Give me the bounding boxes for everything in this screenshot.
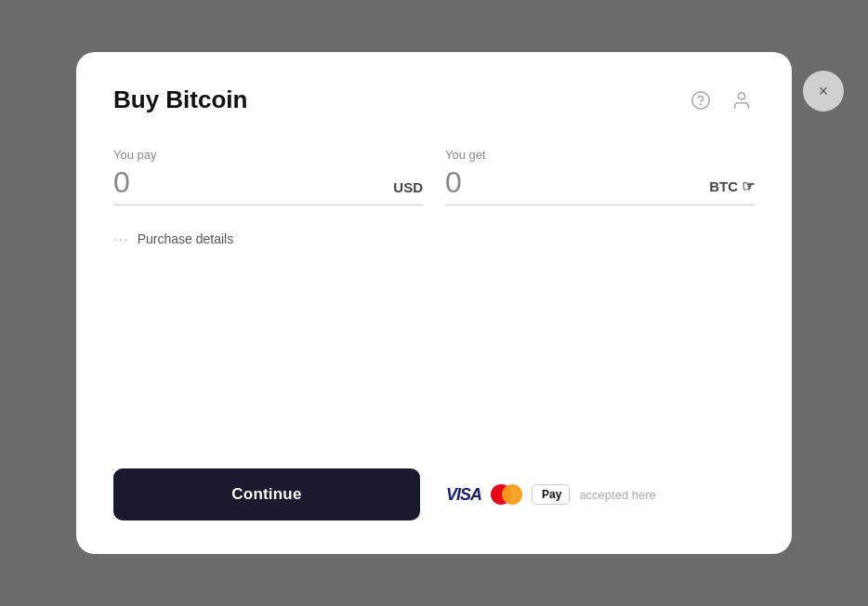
svg-point-2 — [738, 92, 744, 99]
applepay-logo: Pay — [532, 484, 570, 505]
get-label: You get — [445, 148, 755, 162]
get-field-group: You get 0 BTC ☞ — [445, 148, 755, 205]
purchase-details-row[interactable]: ··· Purchase details — [113, 231, 755, 246]
applepay-label: Pay — [542, 488, 561, 501]
modal-title: Buy Bitcoin — [113, 86, 247, 114]
get-value[interactable]: 0 — [445, 167, 462, 197]
modal-header: Buy Bitcoin — [113, 86, 755, 114]
get-currency[interactable]: BTC ☞ — [709, 178, 755, 195]
mastercard-logo — [491, 484, 522, 505]
pay-label: You pay — [113, 148, 423, 162]
purchase-details-label: Purchase details — [138, 231, 234, 246]
get-input-row: 0 BTC ☞ — [445, 167, 755, 205]
pay-currency: USD — [393, 179, 423, 195]
help-icon[interactable] — [688, 87, 714, 113]
visa-logo: VISA — [446, 485, 481, 505]
fields-row: You pay 0 USD You get 0 BTC ☞ — [113, 148, 755, 205]
payment-methods: VISA Pay accepted here — [446, 484, 656, 505]
pay-value[interactable]: 0 — [113, 167, 130, 197]
user-icon[interactable] — [729, 87, 755, 113]
continue-button[interactable]: Continue — [113, 468, 420, 520]
buy-bitcoin-modal: Buy Bitcoin — [76, 52, 792, 554]
svg-point-0 — [692, 91, 709, 108]
currency-selector-cursor: ☞ — [742, 178, 755, 195]
header-icons — [688, 87, 755, 113]
purchase-details-dots: ··· — [113, 231, 130, 246]
pay-input-row: 0 USD — [113, 167, 423, 205]
accepted-label: accepted here — [579, 488, 655, 502]
close-icon: × — [819, 82, 829, 101]
mc-circle-right — [502, 484, 522, 505]
modal-footer: Continue VISA Pay accepted here — [113, 468, 755, 520]
pay-field-group: You pay 0 USD — [113, 148, 423, 205]
close-button[interactable]: × — [803, 71, 844, 112]
